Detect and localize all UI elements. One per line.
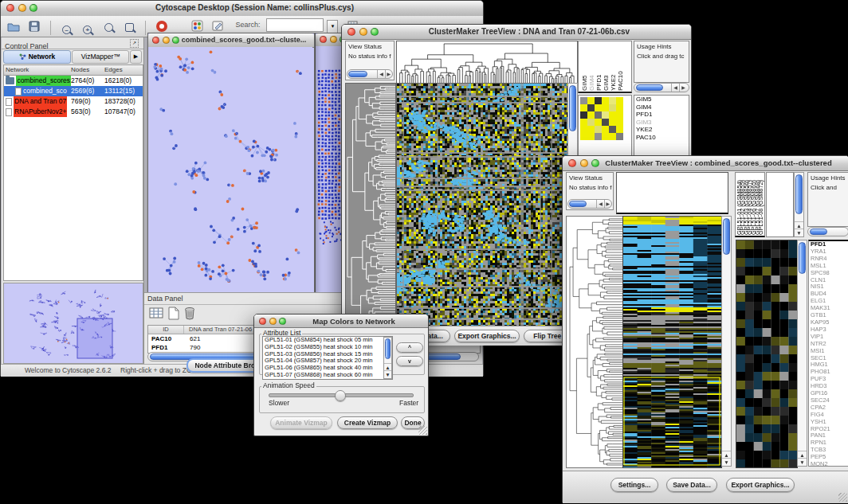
new-document-icon[interactable] xyxy=(168,307,179,323)
attribute-list-vscrollbar[interactable]: ▲ ▼ xyxy=(383,337,392,379)
column-label[interactable]: GPL51-08 (GSM872) xyxy=(757,180,764,235)
delete-icon[interactable] xyxy=(184,307,195,323)
matrix-cell[interactable] xyxy=(616,126,623,133)
animation-slider[interactable] xyxy=(269,393,414,397)
search-input[interactable] xyxy=(266,18,324,32)
table-icon[interactable] xyxy=(149,307,163,322)
matrix-cell[interactable] xyxy=(580,126,587,133)
vscroll-thumb[interactable] xyxy=(799,242,806,274)
tv2-row-dendrogram[interactable] xyxy=(566,216,623,468)
minimize-button[interactable] xyxy=(359,28,367,36)
tv1-similarity-matrix[interactable] xyxy=(580,97,623,140)
matrix-cell[interactable] xyxy=(609,119,616,126)
scroll-thumb[interactable] xyxy=(348,71,367,77)
float-panel-icon[interactable]: ↗ xyxy=(130,39,139,48)
matrix-cell[interactable] xyxy=(580,97,587,104)
animate-vizmap-button[interactable]: Animate Vizmap xyxy=(270,416,332,429)
matrix-cell[interactable] xyxy=(602,97,609,104)
vizmapper-icon[interactable] xyxy=(190,18,206,33)
network-table-row[interactable]: combined_sco2569(6)13112(15) xyxy=(4,86,143,96)
matrix-cell[interactable] xyxy=(616,133,623,140)
column-label[interactable]: GIM4 xyxy=(588,75,595,91)
slider-thumb[interactable] xyxy=(335,390,346,401)
tv2-status-scrollbar[interactable]: ◀▶ xyxy=(567,199,612,209)
resize-grip[interactable] xyxy=(838,493,847,502)
move-down-button[interactable]: v xyxy=(396,356,423,366)
tv2-labels-vscrollbar[interactable]: ▲ ▼ xyxy=(794,172,804,237)
matrix-cell[interactable] xyxy=(595,119,602,126)
matrix-cell[interactable] xyxy=(609,111,616,119)
help-lifering-icon[interactable] xyxy=(154,18,170,34)
main-titlebar[interactable]: Cytoscape Desktop (Session Name: collins… xyxy=(1,1,483,17)
tv2-zoom-heatmap[interactable] xyxy=(736,240,798,468)
matrix-cell[interactable] xyxy=(595,97,602,104)
zoom-button[interactable] xyxy=(279,318,286,325)
gene-label[interactable]: GIM4 xyxy=(634,104,689,111)
network-table-row[interactable]: DNA and Tran 07769(0)183728(0) xyxy=(4,96,143,107)
column-label[interactable]: GIM5 xyxy=(581,75,588,91)
tab-network[interactable]: Network xyxy=(3,50,71,64)
gene-label[interactable]: GIM3 xyxy=(634,119,689,127)
matrix-cell[interactable] xyxy=(616,111,623,119)
close-button[interactable] xyxy=(347,28,355,36)
column-label[interactable]: YKE2 xyxy=(610,75,617,91)
dialog-titlebar[interactable]: Map Colors to Network xyxy=(254,315,428,328)
zoom-out-icon[interactable]: – xyxy=(58,21,74,37)
network-table-header[interactable]: Network Nodes Edges xyxy=(4,65,143,76)
gene-label[interactable]: YKE2 xyxy=(634,126,689,134)
matrix-cell[interactable] xyxy=(595,133,602,140)
matrix-cell[interactable] xyxy=(580,119,587,126)
zoom-selected-icon[interactable] xyxy=(122,19,138,35)
search-dropdown-arrow[interactable]: ▼ xyxy=(327,20,338,33)
matrix-cell[interactable] xyxy=(587,111,595,119)
vscroll-thumb[interactable] xyxy=(569,85,576,131)
matrix-cell[interactable] xyxy=(609,126,616,133)
close-button[interactable] xyxy=(259,318,266,325)
matrix-cell[interactable] xyxy=(616,104,623,111)
tv2-column-dendrogram-area[interactable] xyxy=(616,172,728,214)
tv2-heatmap[interactable] xyxy=(622,216,722,468)
minimize-button[interactable] xyxy=(330,36,337,43)
network-table-row[interactable]: RNAPuberNov2+563(0)107847(0) xyxy=(4,107,143,117)
settings-button[interactable]: Settings... xyxy=(610,478,658,492)
minimize-button[interactable] xyxy=(269,318,277,325)
scroll-down-arrow[interactable]: ▼ xyxy=(722,458,731,466)
export-graphics-button[interactable]: Export Graphics... xyxy=(726,478,795,492)
minimize-button[interactable] xyxy=(18,4,26,12)
vscroll-thumb[interactable] xyxy=(795,174,803,214)
tv2-heatmap-vscrollbar[interactable]: ▲ ▼ xyxy=(721,216,732,467)
tv1-heatmap[interactable] xyxy=(396,83,568,327)
create-vizmap-button[interactable]: Create Vizmap xyxy=(337,416,398,429)
attribute-list-item[interactable]: GPL51-07 (GSM868) heat shock 60 min xyxy=(263,372,392,379)
matrix-cell[interactable] xyxy=(602,119,609,126)
matrix-cell[interactable] xyxy=(609,133,616,140)
matrix-cell[interactable] xyxy=(616,97,623,104)
matrix-cell[interactable] xyxy=(602,104,609,111)
matrix-cell[interactable] xyxy=(587,133,595,140)
open-file-icon[interactable] xyxy=(6,18,22,34)
vscroll-thumb[interactable] xyxy=(723,218,730,255)
column-label[interactable]: GIM3 xyxy=(603,75,610,91)
matrix-cell[interactable] xyxy=(602,111,609,119)
tv1-status-scrollbar[interactable]: ◀▶ xyxy=(347,69,393,79)
vscroll-thumb[interactable] xyxy=(385,338,391,359)
column-label[interactable]: PAC10 xyxy=(617,71,624,91)
close-button[interactable] xyxy=(320,36,327,43)
save-data-button[interactable]: Save Data... xyxy=(666,478,717,492)
close-button[interactable] xyxy=(568,159,576,167)
column-label[interactable]: PFD1 xyxy=(595,75,603,91)
matrix-cell[interactable] xyxy=(616,119,623,126)
export-graphics-button[interactable]: Export Graphics... xyxy=(454,330,520,342)
minimize-button[interactable] xyxy=(580,159,588,167)
gene-label[interactable]: MON2 xyxy=(809,461,848,467)
zoom-fit-icon[interactable] xyxy=(100,19,116,35)
matrix-cell[interactable] xyxy=(580,111,587,119)
gene-label[interactable]: GIM5 xyxy=(634,96,689,104)
zoom-button[interactable] xyxy=(172,37,179,44)
network-overview-canvas[interactable] xyxy=(4,283,141,361)
gene-label[interactable]: PAC10 xyxy=(634,134,689,142)
tv1-column-dendrogram[interactable] xyxy=(396,41,578,84)
network-overview-panel[interactable] xyxy=(3,283,143,364)
scroll-down-arrow[interactable]: ▼ xyxy=(384,370,391,378)
tv1-row-dendrogram[interactable] xyxy=(345,83,396,327)
